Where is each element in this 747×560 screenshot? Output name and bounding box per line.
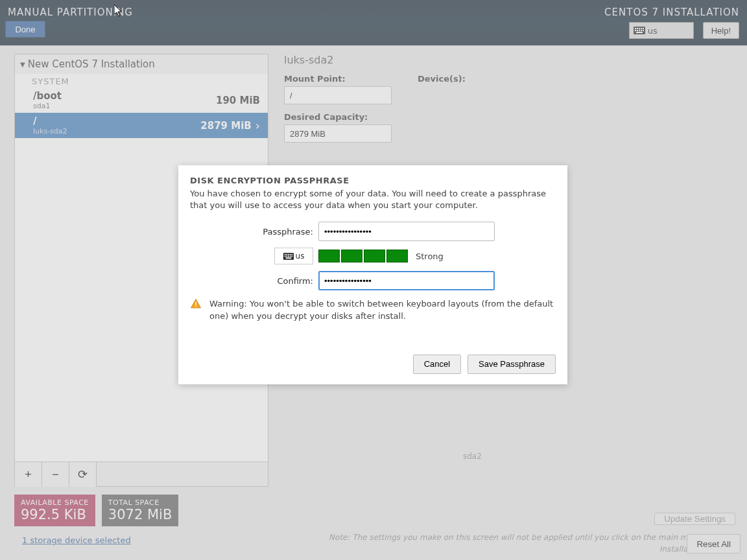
warning-row: Warning: You won't be able to switch bet…	[190, 298, 556, 321]
warning-text: Warning: You won't be able to switch bet…	[209, 298, 556, 321]
save-passphrase-button[interactable]: Save Passphrase	[468, 355, 556, 374]
encryption-passphrase-dialog: DISK ENCRYPTION PASSPHRASE You have chos…	[178, 165, 567, 384]
svg-rect-17	[291, 254, 292, 255]
warning-icon	[190, 298, 202, 310]
passphrase-input[interactable]	[318, 222, 495, 241]
svg-rect-15	[288, 254, 289, 255]
svg-rect-22	[291, 255, 292, 257]
svg-rect-25	[195, 306, 196, 307]
svg-rect-19	[286, 255, 287, 257]
svg-rect-24	[195, 302, 196, 305]
svg-rect-21	[289, 255, 290, 257]
keyboard-icon	[283, 253, 294, 260]
svg-rect-14	[286, 254, 287, 255]
strength-row: us Strong	[190, 248, 556, 264]
strength-meter	[318, 250, 408, 262]
confirm-input[interactable]	[318, 271, 495, 290]
keyboard-layout-text: us	[296, 251, 305, 261]
confirm-label: Confirm:	[190, 276, 313, 286]
strength-label: Strong	[416, 251, 444, 261]
cancel-button[interactable]: Cancel	[413, 355, 461, 374]
passphrase-label: Passphrase:	[190, 227, 313, 237]
svg-rect-13	[284, 254, 285, 255]
svg-rect-18	[284, 255, 285, 257]
keyboard-layout-small[interactable]: us	[274, 248, 313, 264]
dialog-description: You have chosen to encrypt some of your …	[190, 188, 556, 211]
svg-rect-16	[289, 254, 290, 255]
svg-rect-23	[285, 257, 291, 259]
dialog-title: DISK ENCRYPTION PASSPHRASE	[190, 176, 556, 185]
svg-rect-20	[288, 255, 289, 257]
